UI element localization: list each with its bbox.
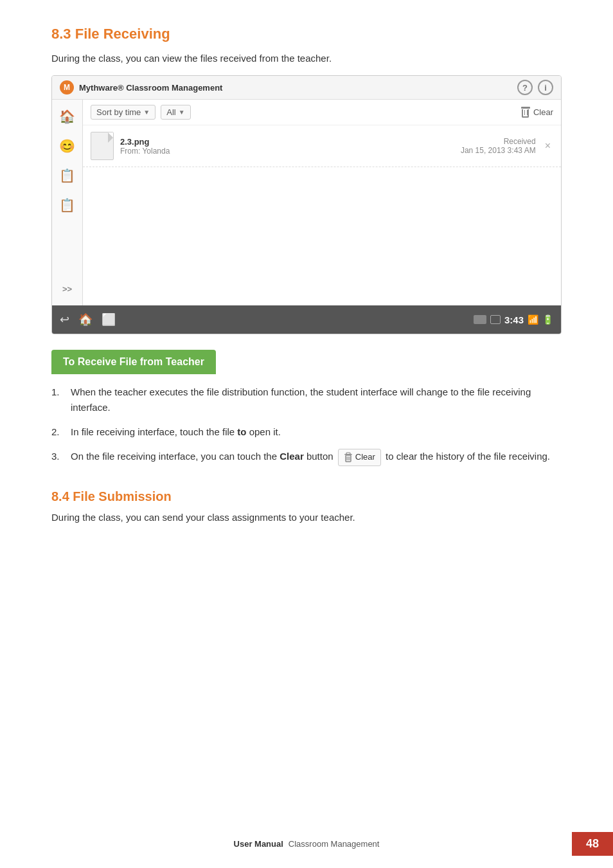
toolbar-left: Sort by time ▼ All ▼ [91,105,191,120]
app-brand: Mythware® [79,83,124,93]
svg-rect-5 [346,453,350,455]
file-item[interactable]: 2.3.png From: Yolanda Received Jan 15, 2… [83,125,561,167]
bottom-left: ↩ 🏠 ⬜ [60,312,116,327]
titlebar-right: ? i [517,80,553,95]
clear-label: Clear [533,107,553,117]
footer-subtitle: Classroom Management [289,839,380,849]
file-date: Jan 15, 2013 3:43 AM [461,146,536,155]
square-icon[interactable]: ⬜ [102,312,116,327]
back-icon[interactable]: ↩ [60,312,69,327]
sort-arrow-icon: ▼ [143,109,150,116]
sidebar-files-icon[interactable]: 📋 [57,165,78,186]
trash-icon [521,107,530,118]
filter-button[interactable]: All ▼ [161,105,190,120]
status-dot-2 [490,315,501,324]
instructions: 1. When the teacher executes the file di… [51,384,562,466]
instruction-2: 2. In file receiving interface, touch th… [51,424,562,440]
page-content: 8.3 File Receiving During the class, you… [0,0,613,573]
app-title-rest: Classroom Management [124,83,223,93]
footer-manual: User Manual [234,839,283,849]
app-bottombar: ↩ 🏠 ⬜ 3:43 📶 🔋 [52,305,561,334]
instruction-3: 3. On the file receiving interface, you … [51,449,562,466]
instruction-text-3: On the file receiving interface, you can… [71,449,550,466]
sidebar-expand[interactable]: >> [62,284,72,299]
app-titlebar: M Mythware® Classroom Management ? i [52,76,561,100]
sidebar-chat-icon[interactable]: 😊 [57,136,78,156]
titlebar-left: M Mythware® Classroom Management [60,80,222,95]
file-name: 2.3.png [120,137,454,147]
inline-clear-label: Clear [355,451,375,464]
app-sidebar: 🏠 😊 📋 📋 >> [52,100,83,305]
app-logo: M [60,80,74,95]
instruction-1: 1. When the teacher executes the file di… [51,384,562,415]
filter-label: All [166,107,175,117]
section-heading-2: 8.4 File Submission [51,489,562,504]
instruction-text-2: In file receiving interface, touch the f… [71,424,281,440]
inline-clear-button[interactable]: Clear [338,449,381,466]
instruction-num-3: 3. [51,449,64,466]
page-number: 48 [572,832,613,856]
empty-area [83,167,561,305]
clear-button[interactable]: Clear [521,107,553,118]
tooltip-section: To Receive File from Teacher [51,350,562,374]
bottom-right: 3:43 📶 🔋 [474,314,553,325]
inline-trash-icon [344,452,353,462]
instruction-num-2: 2. [51,424,64,440]
sidebar-home-icon[interactable]: 🏠 [57,106,78,127]
info-icon[interactable]: i [538,80,553,95]
section2-description: During the class, you can send your clas… [51,512,562,523]
filter-arrow-icon: ▼ [179,109,185,116]
battery-icon: 🔋 [542,314,553,325]
file-close-button[interactable]: × [542,138,553,154]
app-window: M Mythware® Classroom Management ? i 🏠 😊… [51,75,562,334]
home-icon[interactable]: 🏠 [78,312,93,327]
instruction-text-1: When the teacher executes the file distr… [71,384,562,415]
section-heading: 8.3 File Receiving [51,26,562,42]
instruction-num-1: 1. [51,384,64,415]
file-from: From: Yolanda [120,147,454,156]
file-thumbnail [91,132,114,160]
wifi-icon: 📶 [528,314,538,325]
page-footer: User Manual Classroom Management 48 [0,839,613,849]
app-body: 🏠 😊 📋 📋 >> Sort by time ▼ All [52,100,561,305]
file-received-label: Received [461,137,536,146]
section-description: During the class, you can view the files… [51,53,562,64]
help-icon[interactable]: ? [517,80,533,95]
app-title: Mythware® Classroom Management [79,83,222,93]
app-toolbar: Sort by time ▼ All ▼ Clear [83,100,561,125]
file-status: Received Jan 15, 2013 3:43 AM [461,137,536,155]
app-main: Sort by time ▼ All ▼ Clear [83,100,561,305]
time-display: 3:43 [504,314,524,325]
status-dot-1 [474,315,486,324]
sort-label: Sort by time [96,107,141,117]
sidebar-submit-icon[interactable]: 📋 [57,195,78,215]
sort-button[interactable]: Sort by time ▼ [91,105,155,120]
tooltip-banner: To Receive File from Teacher [51,350,216,374]
file-info: 2.3.png From: Yolanda [120,137,454,156]
